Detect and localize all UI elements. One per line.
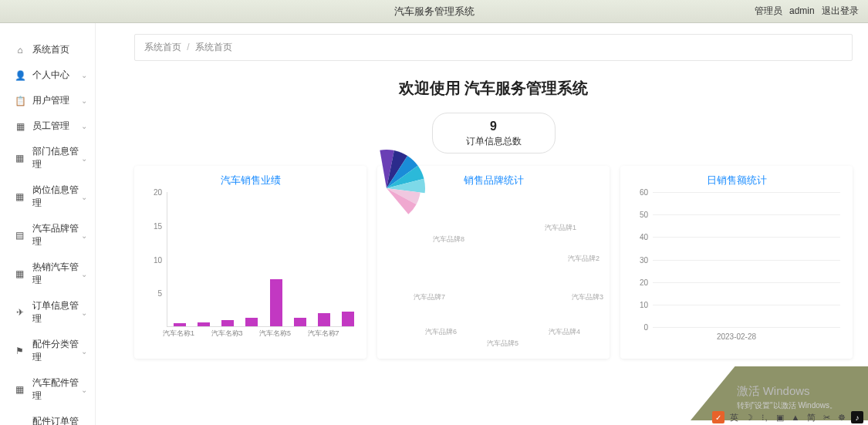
- chevron-down-icon: ⌄: [81, 193, 87, 201]
- sidebar-item-label: 员工管理: [32, 120, 69, 133]
- welcome-title: 欢迎使用 汽车服务管理系统: [134, 78, 853, 99]
- panel-title: 日销售额统计: [630, 174, 843, 187]
- sidebar-item-label: 汽车配件管理: [32, 376, 87, 403]
- sidebar-item-6[interactable]: ▤汽车品牌管理⌄: [0, 216, 95, 255]
- pie-label: 汽车品牌6: [425, 327, 457, 337]
- lang-simp[interactable]: 简: [805, 411, 817, 423]
- chevron-down-icon: ⌄: [81, 270, 87, 278]
- clip-icon[interactable]: ✂: [820, 411, 833, 423]
- panel-daily-sales: 日销售额统计 01020304050602023-02-28: [620, 166, 853, 359]
- header-right: 管理员 admin 退出登录: [750, 5, 859, 18]
- y-tick: 30: [640, 255, 648, 264]
- mode-icon[interactable]: ☽: [743, 411, 755, 423]
- parts-order-icon: ≡: [14, 422, 26, 425]
- chevron-down-icon: ⌄: [81, 96, 87, 105]
- breadcrumb: 系统首页 / 系统首页: [134, 34, 853, 61]
- y-tick: 10: [640, 300, 648, 309]
- category-icon: ⚑: [14, 345, 26, 357]
- staff-icon: ▦: [14, 120, 26, 133]
- x-label: 2023-02-28: [717, 332, 756, 341]
- breadcrumb-root[interactable]: 系统首页: [144, 42, 181, 52]
- chevron-down-icon: ⌄: [81, 386, 87, 394]
- bar: [198, 322, 210, 326]
- sidebar: ⌂系统首页👤个人中心⌄📋用户管理⌄▦员工管理⌄▦部门信息管理⌄▦岗位信息管理⌄▤…: [0, 23, 96, 425]
- chevron-down-icon: ⌄: [81, 347, 87, 356]
- ime-icon[interactable]: ✓: [712, 411, 724, 423]
- chevron-down-icon: ⌄: [81, 231, 87, 240]
- users-icon: 📋: [14, 95, 26, 107]
- dashboard-panels: 汽车销售业绩 5101520汽车名称1汽车名称3汽车名称5汽车名称7 销售品牌统…: [134, 166, 853, 359]
- up-icon[interactable]: ▲: [789, 411, 802, 423]
- chevron-down-icon: ⌄: [81, 71, 87, 79]
- panel-brand-stats: 销售品牌统计 汽车品牌1汽车品牌2汽车品牌3汽车品牌4汽车品牌5汽车品牌6汽车品…: [377, 166, 610, 359]
- bar: [294, 318, 306, 326]
- gear-icon[interactable]: ☸: [836, 411, 848, 423]
- x-label: 汽车名称3: [211, 329, 243, 339]
- hot-icon: ▦: [14, 268, 26, 280]
- sidebar-item-11[interactable]: ≡配件订单管理⌄: [0, 409, 95, 425]
- logout-link[interactable]: 退出登录: [822, 5, 859, 16]
- lang-en[interactable]: 英: [728, 411, 740, 423]
- sidebar-item-0[interactable]: ⌂系统首页: [0, 37, 95, 62]
- y-tick: 10: [154, 255, 162, 264]
- breadcrumb-current: 系统首页: [195, 42, 232, 52]
- sidebar-item-label: 用户管理: [32, 94, 69, 107]
- order-icon: ✈: [14, 306, 26, 319]
- x-label: 汽车名称5: [259, 329, 291, 339]
- sidebar-item-label: 个人中心: [32, 69, 69, 82]
- bar: [245, 318, 258, 326]
- sidebar-item-3[interactable]: ▦员工管理⌄: [0, 113, 95, 139]
- pie-label: 汽车品牌2: [568, 254, 599, 264]
- username[interactable]: admin: [789, 5, 815, 16]
- chevron-down-icon: ⌄: [81, 122, 87, 130]
- sidebar-item-5[interactable]: ▦岗位信息管理⌄: [0, 177, 95, 216]
- y-tick: 50: [640, 211, 648, 219]
- sidebar-item-label: 岗位信息管理: [32, 184, 87, 210]
- punct-icon[interactable]: ⁝,: [758, 411, 771, 423]
- sidebar-item-label: 配件分类管理: [32, 338, 87, 364]
- bar: [318, 313, 330, 327]
- y-tick: 0: [643, 323, 648, 332]
- home-icon: ⌂: [14, 44, 26, 56]
- sidebar-item-8[interactable]: ✈订单信息管理⌄: [0, 293, 95, 332]
- user-icon: 👤: [14, 69, 26, 82]
- sidebar-item-label: 系统首页: [32, 43, 69, 56]
- app-header: 汽车服务管理系统 管理员 admin 退出登录: [0, 0, 868, 23]
- pie-chart: 汽车品牌1汽车品牌2汽车品牌3汽车品牌4汽车品牌5汽车品牌6汽车品牌7汽车品牌8: [387, 192, 600, 346]
- sidebar-item-1[interactable]: 👤个人中心⌄: [0, 62, 95, 88]
- y-tick: 5: [157, 289, 162, 298]
- sidebar-item-9[interactable]: ⚑配件分类管理⌄: [0, 332, 95, 370]
- sidebar-item-2[interactable]: 📋用户管理⌄: [0, 88, 95, 113]
- brand-icon: ▤: [14, 229, 26, 241]
- parts-icon: ▦: [14, 383, 26, 396]
- bar: [174, 323, 186, 326]
- line-chart: 01020304050602023-02-28: [630, 192, 843, 342]
- y-tick: 60: [640, 188, 648, 197]
- board-icon[interactable]: ▣: [774, 411, 786, 423]
- sidebar-item-10[interactable]: ▦汽车配件管理⌄: [0, 370, 95, 409]
- pie-label: 汽车品牌3: [572, 292, 603, 302]
- role-label: 管理员: [755, 5, 782, 16]
- sidebar-item-7[interactable]: ▦热销汽车管理⌄: [0, 255, 95, 293]
- sidebar-item-4[interactable]: ▦部门信息管理⌄: [0, 139, 95, 177]
- ime-taskbar: ✓英☽⁝,▣▲简✂☸♪: [708, 410, 868, 425]
- sidebar-item-label: 热销汽车管理: [32, 261, 87, 287]
- bar: [342, 312, 354, 326]
- bar: [221, 320, 234, 326]
- y-tick: 20: [640, 278, 648, 286]
- pie-label: 汽车品牌1: [545, 223, 576, 233]
- chevron-down-icon: ⌄: [81, 154, 87, 163]
- post-icon: ▦: [14, 191, 26, 203]
- pie-label: 汽车品牌8: [433, 234, 464, 245]
- sidebar-item-label: 部门信息管理: [32, 145, 87, 171]
- app-title: 汽车服务管理系统: [394, 5, 475, 19]
- main-content: 系统首页 / 系统首页 欢迎使用 汽车服务管理系统 9 订单信息总数 汽车销售业…: [96, 23, 868, 425]
- pie-label: 汽车品牌7: [414, 292, 445, 302]
- music-icon[interactable]: ♪: [851, 411, 863, 423]
- pie-label: 汽车品牌5: [487, 339, 518, 349]
- x-label: 汽车名称7: [308, 329, 339, 339]
- y-tick: 20: [154, 188, 162, 197]
- bar: [270, 279, 282, 326]
- dept-icon: ▦: [14, 152, 26, 164]
- breadcrumb-sep: /: [187, 42, 189, 52]
